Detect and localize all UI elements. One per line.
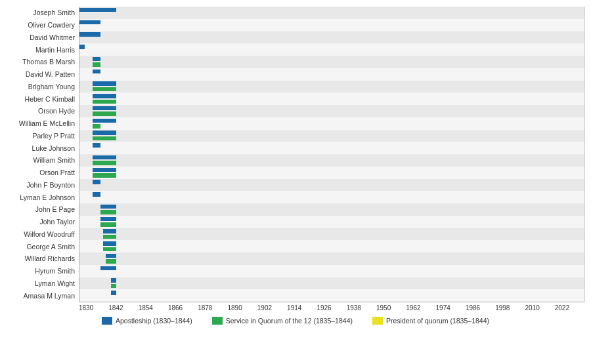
bar-blue <box>103 229 116 233</box>
chart-row <box>79 228 584 241</box>
x-tick: 1986 <box>466 304 495 312</box>
x-tick: 1842 <box>108 304 138 312</box>
bar-blue <box>93 131 116 135</box>
y-label: John F Boynton <box>7 179 79 192</box>
chart-row <box>79 31 584 44</box>
bar-blue <box>93 81 116 86</box>
bar-green <box>103 247 116 252</box>
legend-label: Service in Quorum of the 12 (1835–1844) <box>226 317 353 325</box>
x-tick: 1950 <box>376 304 406 312</box>
y-label: Oliver Cowdery <box>7 19 79 31</box>
y-label: Amasa M Lyman <box>7 289 79 302</box>
bar-blue <box>93 155 116 160</box>
y-label: David Whitmer <box>7 31 79 44</box>
bar-blue <box>93 119 116 123</box>
y-label: David W. Patten <box>7 68 79 81</box>
bar-blue <box>93 57 100 62</box>
bar-green <box>93 173 116 178</box>
bar-blue <box>93 192 100 197</box>
bar-blue <box>111 291 116 295</box>
y-label: Parley P Pratt <box>7 130 79 142</box>
bar-green <box>93 100 116 104</box>
y-label: Willard Richards <box>7 253 79 265</box>
chart-row <box>79 56 584 68</box>
legend: Apostleship (1830–1844)Service in Quorum… <box>7 317 584 325</box>
bar-green <box>93 62 100 67</box>
x-axis: 1830184218541866187818901902191419261938… <box>79 302 584 312</box>
chart-area: Joseph SmithOliver CowderyDavid WhitmerM… <box>7 7 584 302</box>
bar-green <box>103 235 116 239</box>
y-label: William E McLellin <box>7 117 79 130</box>
bar-blue <box>79 8 116 12</box>
chart-row <box>79 265 584 277</box>
x-tick: 1914 <box>287 304 317 312</box>
x-tick: 2010 <box>525 304 554 312</box>
y-label: Luke Johnson <box>7 142 79 154</box>
y-label: Martin Harris <box>7 43 79 56</box>
y-label: Orson Hyde <box>7 105 79 117</box>
x-tick: 1830 <box>79 304 108 312</box>
bar-green <box>100 222 116 227</box>
chart-row <box>79 240 584 253</box>
y-axis: Joseph SmithOliver CowderyDavid WhitmerM… <box>7 7 79 302</box>
chart-row <box>79 117 584 130</box>
bar-green <box>111 284 116 289</box>
bar-blue <box>93 106 116 111</box>
y-label: William Smith <box>7 154 79 167</box>
bar-blue <box>79 20 100 25</box>
x-tick: 1890 <box>227 304 257 312</box>
bar-blue <box>111 278 116 283</box>
y-label: Orson Pratt <box>7 167 79 179</box>
legend-color-box <box>102 317 112 325</box>
legend-item: President of quorum (1835–1844) <box>372 317 489 325</box>
y-label: Heber C Kimball <box>7 92 79 105</box>
chart-container: Joseph SmithOliver CowderyDavid WhitmerM… <box>0 0 591 364</box>
chart-row <box>79 253 584 265</box>
chart-row <box>79 179 584 192</box>
y-label: Lyman E Johnson <box>7 191 79 203</box>
x-tick: 1878 <box>198 304 227 312</box>
bar-blue <box>93 70 100 74</box>
chart-row <box>79 130 584 142</box>
y-label: Brigham Young <box>7 81 79 93</box>
y-label: John Taylor <box>7 216 79 228</box>
bar-blue <box>79 32 100 37</box>
bar-blue <box>93 94 116 98</box>
x-tick: 1938 <box>347 304 376 312</box>
legend-color-box <box>372 317 383 325</box>
plot-area <box>79 7 584 302</box>
bar-green <box>93 87 116 92</box>
bar-blue <box>93 180 100 184</box>
y-label: George A Smith <box>7 240 79 253</box>
y-label: Lyman Wight <box>7 277 79 290</box>
chart-row <box>79 19 584 31</box>
chart-row <box>79 154 584 167</box>
x-tick: 1962 <box>406 304 435 312</box>
legend-item: Apostleship (1830–1844) <box>102 317 192 325</box>
bar-green <box>93 136 116 141</box>
bar-blue <box>103 241 116 246</box>
chart-row <box>79 289 584 302</box>
bar-blue <box>79 45 85 49</box>
bar-blue <box>93 143 100 148</box>
bar-green <box>93 124 100 129</box>
bar-green <box>100 210 116 214</box>
chart-row <box>79 277 584 290</box>
chart-row <box>79 105 584 117</box>
x-tick: 1974 <box>436 304 466 312</box>
chart-row <box>79 203 584 216</box>
grid-line <box>584 7 585 302</box>
chart-row <box>79 81 584 93</box>
y-label: Hyrum Smith <box>7 265 79 277</box>
x-tick: 1902 <box>257 304 287 312</box>
bar-green <box>106 259 116 264</box>
x-tick: 1926 <box>317 304 346 312</box>
x-tick: 1854 <box>139 304 168 312</box>
x-tick: 2022 <box>555 304 584 312</box>
bar-blue <box>93 168 116 172</box>
chart-row <box>79 92 584 105</box>
bar-blue <box>106 254 116 258</box>
chart-row <box>79 43 584 56</box>
legend-item: Service in Quorum of the 12 (1835–1844) <box>212 317 353 325</box>
bar-blue <box>100 205 116 209</box>
